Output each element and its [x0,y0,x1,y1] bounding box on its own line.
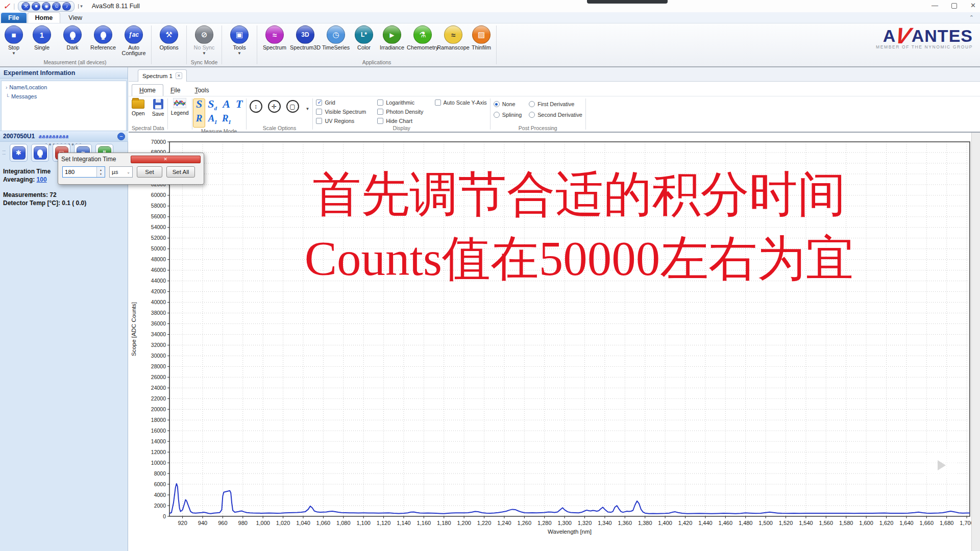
chevron-down-icon[interactable]: ▼ [306,107,310,111]
mode-scope-button[interactable]: S R [193,98,206,128]
radio-icon[interactable] [529,112,535,118]
svg-text:1,500: 1,500 [758,520,773,526]
svg-text:18000: 18000 [151,417,166,423]
wrench-icon: ⚒ [160,26,178,44]
collapse-ribbon-icon[interactable]: ⌃ [969,14,974,21]
maximize-button[interactable] [951,3,957,9]
radio-splining[interactable]: Splining [494,112,522,118]
radio-second-derivative[interactable]: Second Derivative [529,112,582,118]
checkbox-icon[interactable] [316,109,322,115]
set-all-button[interactable]: Set All [166,166,195,178]
video-scrubber-handle[interactable] [587,0,668,4]
svg-text:10000: 10000 [151,460,166,466]
sidebar-item-name-location[interactable]: › Name/Location [6,84,126,90]
expander-icon[interactable]: › [6,85,7,90]
close-icon[interactable]: ✕ [131,156,201,163]
radio-first-derivative[interactable]: First Derivative [529,101,582,107]
single-button[interactable]: 1 Single [27,26,57,51]
tab-spectrum-file[interactable]: File [163,85,187,96]
checkbox-visible-spectrum[interactable]: Visible Spectrum [316,109,366,115]
tab-spectrum-home[interactable]: Home [132,84,163,96]
customize-toolbar-caret-icon[interactable]: | ▾ [78,4,82,9]
legend-button[interactable]: Legend [171,98,189,116]
dark-button[interactable]: Dark [57,26,88,51]
mode-scope-dark-button[interactable]: Sd AI [208,99,217,127]
radio-icon[interactable] [494,112,500,118]
scale-both-axes-icon[interactable]: ✛ [268,100,281,113]
checkbox-photon-density[interactable]: Photon Density [377,109,423,115]
checkbox-icon[interactable] [377,109,383,115]
play-icon: ► [383,26,401,44]
note-icon[interactable]: ♪ [62,2,71,11]
checkbox-grid[interactable]: Grid [316,99,366,106]
checkbox-logarithmic[interactable]: Logarithmic [377,99,423,106]
checkbox-icon[interactable] [435,99,441,106]
averaging-value-link[interactable]: 100 [37,176,47,183]
tools-button[interactable]: ▣ Tools ▼ [224,26,255,56]
stop-button[interactable]: ■ Stop ▼ [1,26,27,56]
options-button[interactable]: ⚒ Options [154,26,184,51]
color-button[interactable]: L* Color [351,26,377,51]
svg-text:46000: 46000 [151,267,166,273]
irradiance-button[interactable]: ► Irradiance [377,26,407,51]
checkbox-icon[interactable] [316,118,322,124]
minimize-button[interactable]: — [932,2,938,9]
unit-dropdown[interactable]: µs ⌄ [109,166,133,178]
divider [151,26,152,64]
ramanscope-button[interactable]: ≈ Ramanscope [438,26,469,51]
device-lamp-button[interactable] [31,144,49,162]
thinfilm-button[interactable]: ▨ Thinfilm [469,26,494,51]
close-tab-icon[interactable]: ✕ [176,72,182,79]
svg-text:1,520: 1,520 [779,520,793,526]
tab-spectrum-tools[interactable]: Tools [187,85,216,96]
set-button[interactable]: Set [137,166,162,178]
chevron-down-icon[interactable]: ▼ [237,51,241,56]
checkbox-uv-regions[interactable]: UV Regions [316,118,366,124]
drag-handle[interactable]: ⁚⁚⁚ [2,152,6,154]
spectrum3d-button[interactable]: 3D Spectrum3D [290,26,321,51]
timeseries-button[interactable]: ◷ TimeSeries [321,26,351,51]
checkbox-icon[interactable] [377,118,383,124]
device-settings-button[interactable]: ✱ [10,144,28,162]
checkbox-icon[interactable] [316,99,322,106]
checkbox-auto-scale-y-axis[interactable]: Auto Scale Y-Axis [435,99,487,106]
pin-icon[interactable]: ◉ [42,2,51,11]
lamp-icon [63,26,82,44]
save-button[interactable]: Save [152,98,164,117]
spectrum3d-icon: 3D [296,26,314,44]
tab-file[interactable]: File [1,13,27,23]
tab-view[interactable]: View [61,13,89,23]
wrench-icon[interactable]: ⚒ [21,2,30,11]
auto-configure-button[interactable]: ƒac Auto Configure [118,26,149,57]
close-button[interactable]: ✕ [970,2,976,9]
collapse-device-button[interactable]: − [117,133,125,140]
spectrum-button[interactable]: ≈ Spectrum [259,26,290,51]
chemometry-button[interactable]: ⚗ Chemometry [407,26,438,51]
radio-icon[interactable] [529,101,535,107]
reference-button[interactable]: Reference [88,26,118,51]
scale-y-axis-icon[interactable]: ↕ [250,100,262,113]
radio-icon[interactable] [494,101,500,107]
checkbox-hide-chart[interactable]: Hide Chart [377,118,423,124]
divider [186,26,187,64]
video-player-watermark[interactable] [923,448,962,480]
unzoom-icon[interactable]: ▢ [286,100,299,113]
bulb-icon[interactable]: ⊙ [52,2,61,11]
mode-absorbance-button[interactable]: A RI [222,99,231,127]
integration-time-input[interactable] [63,167,96,177]
mode-transmittance-button[interactable]: T [236,99,242,127]
spinner-stepper[interactable]: ▲▼ [96,167,105,177]
open-button[interactable]: Open [132,98,145,116]
stop-icon[interactable]: ■ [32,2,40,11]
no-sync-button[interactable]: ⊘ No Sync ▼ [189,26,219,56]
chevron-down-icon[interactable]: ▼ [202,51,206,56]
checkbox-icon[interactable] [377,99,383,106]
sidebar-item-messages[interactable]: └ Messages [6,93,126,99]
tab-spectrum-1[interactable]: Spectrum 1 ✕ [138,69,187,82]
radio-none[interactable]: None [494,101,522,107]
tab-home[interactable]: Home [28,12,61,23]
group-options: ⚒ Options [153,23,185,66]
chevron-down-icon[interactable]: ▼ [12,51,16,56]
group-label: Sync Mode [189,59,219,66]
svg-text:1,360: 1,360 [618,520,632,526]
